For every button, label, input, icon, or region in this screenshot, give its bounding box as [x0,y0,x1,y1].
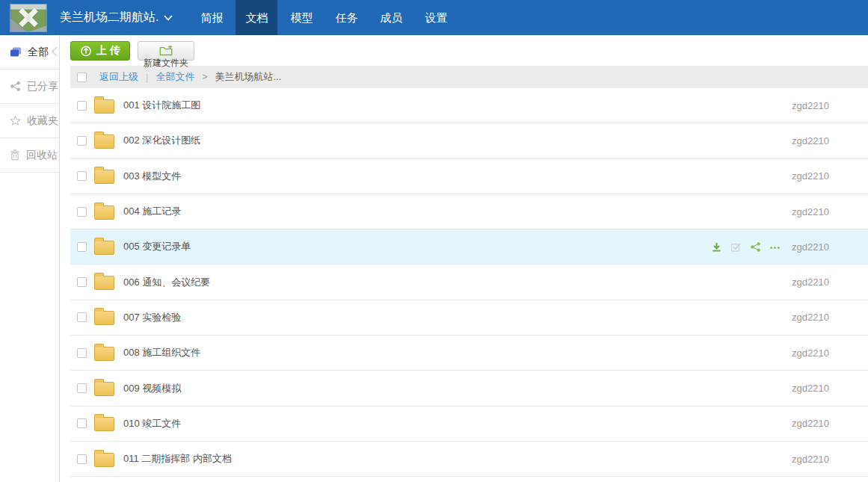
project-thumbnail[interactable] [10,4,47,32]
share-icon[interactable] [750,241,761,253]
row-checkbox[interactable] [77,418,87,428]
row-owner: zgd2210 [792,170,829,182]
new-folder-button[interactable]: 新建文件夹 [138,41,194,68]
tab-members[interactable]: 成员 [370,0,412,35]
upload-button-label: 上 传 [96,44,120,58]
share-icon [10,81,21,92]
table-row[interactable]: 004 施工记录 zgd2210 [70,194,868,229]
breadcrumb: 返回上级 | 全部文件 > 美兰机场航站... [70,66,868,88]
folder-icon [94,453,114,467]
upload-button[interactable]: 上 传 [70,41,130,61]
folder-icon [94,311,114,325]
row-owner: zgd2210 [792,276,829,288]
row-name: 007 实验检验 [123,311,792,324]
sidebar-item-label: 全部 [28,46,49,59]
row-actions [711,241,781,253]
row-owner: zgd2210 [792,347,829,359]
back-to-parent-link[interactable]: 返回上级 [99,70,138,84]
table-row[interactable]: 006 通知、会议纪要 zgd2210 [70,265,868,300]
tab-briefing[interactable]: 简报 [191,0,233,35]
row-owner: zgd2210 [792,418,829,429]
folder-icon [94,347,114,361]
table-row[interactable]: 008 施工组织文件 zgd2210 [70,336,868,371]
row-owner: zgd2210 [792,206,829,217]
table-row[interactable]: 010 竣工文件 zgd2210 [70,407,868,442]
tab-tasks[interactable]: 任务 [325,0,367,35]
tab-documents[interactable]: 文档 [236,0,277,35]
content-area: 上 传 新建文件夹 返回上级 | 全部文件 > 美兰机场航站... [60,35,868,482]
folder-icon [94,206,114,220]
tab-settings[interactable]: 设置 [415,0,457,35]
row-owner: zgd2210 [792,312,829,323]
row-checkbox[interactable] [77,101,87,111]
table-row[interactable]: 003 模型文件 zgd2210 [70,159,868,194]
row-checkbox[interactable] [77,136,87,146]
new-folder-label: 新建文件夹 [138,58,194,68]
more-icon[interactable] [769,241,781,253]
row-name: 003 模型文件 [123,170,792,183]
tab-models[interactable]: 模型 [280,0,322,35]
folder-icon [94,99,114,114]
sidebar-item-label: 回收站 [26,149,58,162]
table-row[interactable]: 005 变更记录单 [70,229,868,265]
row-checkbox[interactable] [77,207,87,217]
folder-icon [94,276,114,290]
folder-icon [94,135,114,149]
row-name: 006 通知、会议纪要 [123,276,792,289]
row-owner: zgd2210 [792,241,829,253]
row-name: 011 二期指挥部 内部文档 [123,452,792,466]
breadcrumb-current: 美兰机场航站... [215,70,281,84]
folder-icon [94,382,114,396]
row-name: 001 设计院施工图 [123,99,792,112]
row-checkbox[interactable] [77,171,87,181]
row-name: 004 施工记录 [123,205,792,218]
row-checkbox[interactable] [77,312,87,322]
all-files-link[interactable]: 全部文件 [156,70,194,84]
file-list: 001 设计院施工图 zgd2210 002 深化设计图纸 zgd2210 00… [70,88,868,477]
top-navbar: 美兰机场二期航站. 简报 文档 模型 任务 成员 设置 [0,0,868,35]
airport-photo [10,4,46,31]
select-all-checkbox[interactable] [77,72,87,82]
row-owner: zgd2210 [792,454,829,465]
sidebar-item-label: 已分享 [27,80,58,93]
folder-icon [94,241,114,255]
row-name: 008 施工组织文件 [123,346,792,359]
table-row[interactable]: 007 实验检验 zgd2210 [70,300,868,336]
cloud-upload-icon [80,45,92,57]
toolbar: 上 传 新建文件夹 [70,35,868,66]
trash-icon [10,149,20,161]
row-checkbox[interactable] [77,242,87,252]
table-row[interactable]: 011 二期指挥部 内部文档 zgd2210 [70,442,868,477]
row-name: 005 变更记录单 [123,240,711,253]
breadcrumb-separator-icon: > [202,72,207,82]
row-owner: zgd2210 [792,383,829,394]
nav-tabs: 简报 文档 模型 任务 成员 设置 [189,0,458,35]
breadcrumb-divider: | [146,72,148,83]
row-name: 009 视频模拟 [123,382,792,395]
row-checkbox[interactable] [77,454,87,464]
row-name: 002 深化设计图纸 [123,134,792,147]
row-checkbox[interactable] [77,348,87,358]
star-icon [10,115,21,126]
row-name: 010 竣工文件 [123,417,792,430]
sidebar-item-favorites[interactable]: 收藏夹 [0,104,59,138]
sidebar-item-recycle[interactable]: 回收站 [0,138,59,173]
table-row[interactable]: 002 深化设计图纸 zgd2210 [70,123,868,158]
sidebar-item-shared[interactable]: 已分享 [0,69,59,104]
project-title[interactable]: 美兰机场二期航站. [60,10,173,25]
table-row[interactable]: 001 设计院施工图 zgd2210 [70,88,868,123]
row-owner: zgd2210 [792,100,829,111]
row-checkbox[interactable] [77,277,87,287]
project-title-label: 美兰机场二期航站. [60,10,158,25]
main-area: 全部 已分享 收藏夹 [0,35,868,482]
collection-icon [10,47,22,58]
folder-icon [94,417,114,431]
folder-plus-icon [159,46,173,57]
sidebar: 全部 已分享 收藏夹 [0,35,60,482]
table-row[interactable]: 009 视频模拟 zgd2210 [70,371,868,406]
check-square-icon[interactable] [730,241,742,253]
sidebar-item-all[interactable]: 全部 [0,35,59,69]
download-icon[interactable] [711,241,722,253]
row-checkbox[interactable] [77,383,87,393]
chevron-left-icon [52,46,58,57]
